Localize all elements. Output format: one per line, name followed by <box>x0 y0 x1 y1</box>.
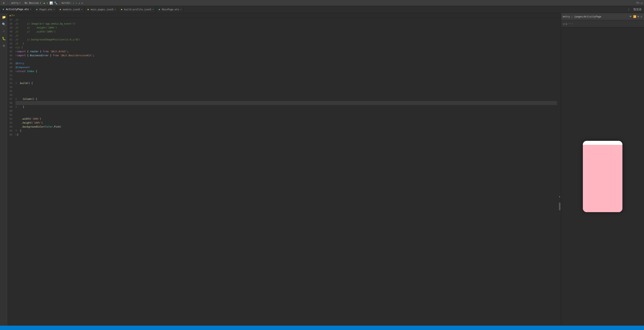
token <box>17 81 20 85</box>
tab-ets-icon: ● <box>2 8 5 11</box>
code-line: ⊟ Column() { <box>16 97 557 101</box>
tab-mainpage[interactable]: ● MainPage.ets ✕ <box>156 6 184 13</box>
token: () { <box>27 81 33 85</box>
tab-module[interactable]: ● module.json5 ✕ <box>57 6 85 13</box>
line-number: 60 <box>10 109 12 113</box>
fold-indicator[interactable]: ⊟ <box>16 105 16 109</box>
sidebar-git-icon[interactable]: ⑂ <box>1 28 7 35</box>
tab-activitypage[interactable]: ● ActivityPage.ets ✕ <box>0 6 34 13</box>
code-line: .backgroundColor(Color.Pink) <box>16 125 557 129</box>
code-line: ⊟} <box>16 133 557 137</box>
fold-indicator[interactable]: ⊟ <box>16 81 16 85</box>
code-line: // // .height('100%') <box>16 26 557 30</box>
code-line: // } <box>16 42 557 46</box>
line-number: 46 <box>10 54 12 58</box>
tab-close-activitypage[interactable]: ✕ <box>30 8 32 10</box>
undo-icon[interactable]: ↩ <box>641 2 642 5</box>
tab-close-module[interactable]: ✕ <box>81 8 83 11</box>
token: { <box>26 50 30 54</box>
token: ( <box>44 125 46 129</box>
token: '100%' <box>31 117 40 121</box>
git-undo-icon[interactable]: ↩ <box>81 2 83 5</box>
phone-screen <box>583 145 622 212</box>
phone-status-bar <box>583 141 622 145</box>
tab-bar: ● ActivityPage.ets ✕ ● Page1.ets ✕ ● mod… <box>0 6 644 13</box>
token: @Component <box>16 65 30 69</box>
settings-btn[interactable]: ⚙ <box>2 1 6 5</box>
tab-close-main-pages[interactable]: ✕ <box>115 8 116 11</box>
preview-back-btn[interactable]: ◁ <box>563 22 564 25</box>
phone-frame <box>583 141 622 212</box>
preview-wifi-icon[interactable]: 📶 <box>633 15 636 18</box>
preview-expand-icon[interactable]: ⤢ <box>640 15 642 18</box>
entry-selector[interactable]: entry ▾ <box>10 1 22 5</box>
code-line <box>16 89 557 93</box>
line-number: 52 <box>10 77 12 81</box>
clean-icon[interactable]: 🔧 <box>54 2 58 5</box>
tab-build-profile[interactable]: ● build-profile.json5 ✕ <box>118 6 156 13</box>
code-line: ⊟ } <box>16 129 557 133</box>
line-number: 57 <box>10 97 12 101</box>
tab-close-mainpage[interactable]: ✕ <box>180 8 182 11</box>
token: // <box>16 18 18 22</box>
code-line: // <box>16 18 557 22</box>
preview-home-btn[interactable]: ⌂ <box>566 22 567 25</box>
tab-bar-right: ⋮ 预览器 <box>626 7 644 12</box>
profile-icon[interactable]: 📊 <box>50 2 53 5</box>
token: } <box>38 50 43 54</box>
line-number: 66 <box>10 133 12 137</box>
fold-indicator[interactable]: ⊟ <box>16 46 16 50</box>
debug-icon[interactable]: ⚡ <box>47 2 48 5</box>
line-number: 43 <box>10 42 12 46</box>
main-area: 📁 🔍 ⑂ 🐛 ⊞ ▲ 2 ∧ 373839404142434445464748… <box>0 13 644 326</box>
preview-path: entry : /pages/ActivityPage <box>563 15 628 18</box>
code-content[interactable]: //// // Image($r('app.media.bg_event'))/… <box>14 18 558 326</box>
error-count[interactable]: ▲ 2 ∧ <box>10 14 15 17</box>
sidebar-debug-icon[interactable]: 🐛 <box>1 35 7 42</box>
tab-label: ActivityPage.ets <box>6 8 29 11</box>
fold-indicator[interactable]: ⊟ <box>16 54 16 58</box>
fold-indicator[interactable]: ⊟ <box>16 50 16 54</box>
scrollbar-thumb[interactable] <box>559 202 560 210</box>
sidebar-search-icon[interactable]: 🔍 <box>1 21 7 27</box>
code-line: ⊟struct Index { <box>16 69 557 73</box>
tab-json-icon-3: ● <box>120 8 123 11</box>
line-number: 40 <box>10 30 12 34</box>
git-check2-icon[interactable]: ✓ <box>76 2 77 5</box>
preview-nav: ◁ ⌂ ··· <box>561 20 644 27</box>
token: // // Image($r('app.media.bg_event')) <box>16 22 76 26</box>
tab-close-build-profile[interactable]: ✕ <box>152 8 154 11</box>
preview-more-btn[interactable]: ··· <box>568 22 573 25</box>
git-check1-icon[interactable]: ✓ <box>73 2 74 5</box>
code-line <box>16 113 557 117</box>
tab-json-icon-1: ● <box>59 8 62 11</box>
preview-eye-icon[interactable]: 👁 <box>629 15 632 18</box>
fold-indicator[interactable]: ⊟ <box>16 69 16 73</box>
sidebar-explorer-icon[interactable]: 📁 <box>1 14 7 20</box>
tab-page1[interactable]: ● Page1.ets ✕ <box>34 6 57 13</box>
git-arrow-icon[interactable]: ↗ <box>78 2 80 5</box>
sidebar-extensions-icon[interactable]: ⊞ <box>1 42 7 49</box>
code-editor[interactable]: 3738394041424344454647484950515253545556… <box>8 18 561 326</box>
line-numbers: 3738394041424344454647484950515253545556… <box>8 18 14 326</box>
tab-close-page1[interactable]: ✕ <box>54 8 55 11</box>
no-devices-selector[interactable]: No Devices ▾ <box>23 1 42 5</box>
token: // // .height('100%') <box>16 26 57 30</box>
tab-main-pages[interactable]: ● main_pages.json5 ✕ <box>85 6 118 13</box>
scrollbar[interactable] <box>558 18 561 326</box>
fold-indicator[interactable]: ⊟ <box>16 133 16 137</box>
run-icon[interactable]: ▶ <box>44 2 45 5</box>
token: import <box>17 54 26 58</box>
tab-json-icon-2: ● <box>87 8 90 11</box>
fold-indicator[interactable]: ⊟ <box>16 97 16 101</box>
warning-chevron[interactable]: ∧ <box>13 14 15 17</box>
fold-indicator[interactable]: ⊟ <box>16 129 16 133</box>
layout-icon[interactable]: Tт <box>636 2 640 5</box>
token: } <box>48 54 53 58</box>
token: .width <box>21 117 30 121</box>
tab-more-btn[interactable]: ⋮ <box>626 8 631 12</box>
token: @Entry <box>16 61 24 65</box>
preview-toggle-btn[interactable]: 预览器 <box>632 7 642 12</box>
preview-grid-icon[interactable]: ⊞ <box>638 15 639 18</box>
code-line <box>16 58 557 61</box>
